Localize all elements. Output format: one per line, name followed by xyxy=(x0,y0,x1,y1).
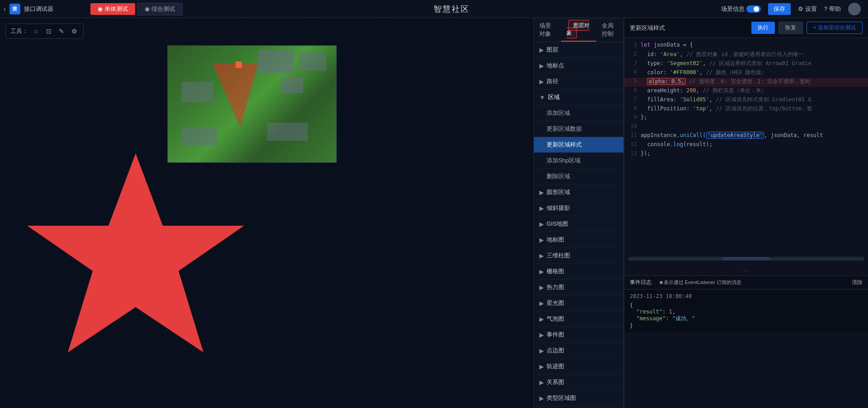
layers-chevron: ▶ xyxy=(539,47,544,53)
section-relation[interactable]: ▶ 关系图 xyxy=(534,375,623,390)
section-bubble-label: 气泡图 xyxy=(547,315,564,323)
sidebar-item-update-zone-style[interactable]: 更新区域样式 xyxy=(534,137,623,153)
sidebar-item-delete-zone[interactable]: 删除区域 xyxy=(534,169,623,185)
log-json: { "result": 1, "message": "成功。" } xyxy=(630,302,863,329)
help-label: 帮助 xyxy=(829,5,841,13)
grid-chevron: ▶ xyxy=(539,268,544,275)
pen-icon[interactable]: ✎ xyxy=(57,27,66,36)
tools-label: 工具： xyxy=(10,27,28,35)
section-type-zone-label: 类型区域图 xyxy=(547,394,576,402)
code-scrollbar-thumb[interactable] xyxy=(722,257,770,261)
update-zone-style-label: 更新区域样式 xyxy=(547,141,582,149)
section-paths[interactable]: ▶ 路径 xyxy=(534,74,623,90)
section-grid[interactable]: ▶ 栅格图 xyxy=(534,264,623,280)
log-panel: 事件日志 ★表示通过 EventListener 订阅的消息 清除 2023-1… xyxy=(624,275,868,332)
section-zones[interactable]: ▼ 区域 xyxy=(534,90,623,105)
exec-button[interactable]: 执行 xyxy=(751,22,775,34)
track-chevron: ▶ xyxy=(539,363,544,370)
circle-zone-chevron: ▶ xyxy=(539,189,544,196)
scene-tab-layer-objects[interactable]: 图层对象 xyxy=(561,18,596,42)
section-heatmap-label: 热力图 xyxy=(547,283,564,291)
section-3d-bar-label: 三维柱图 xyxy=(547,251,570,260)
section-value-zone[interactable]: ▶ 数值区域图 xyxy=(534,406,623,408)
settings-action[interactable]: ⚙ 设置 xyxy=(798,5,817,13)
scene-tab-scene-objects[interactable]: 场景对象 xyxy=(534,18,561,42)
tab-unit-test[interactable]: ◉ 单体测试 xyxy=(90,3,135,15)
section-relation-label: 关系图 xyxy=(547,378,564,386)
section-oblique-label: 倾斜摄影 xyxy=(547,204,570,212)
section-gis-label: GIS地图 xyxy=(547,220,568,228)
tab-unit-test-label: 单体测试 xyxy=(104,5,128,13)
back-button[interactable]: ‹ xyxy=(4,5,6,13)
rect-select-icon[interactable]: ⊡ xyxy=(44,27,53,36)
relation-chevron: ▶ xyxy=(539,379,544,386)
section-landmark-map-label: 地标图 xyxy=(547,236,564,244)
gis-chevron: ▶ xyxy=(539,221,544,228)
code-scrollbar[interactable] xyxy=(628,257,864,261)
log-header-left: 事件日志 ★表示通过 EventListener 订阅的消息 xyxy=(630,279,741,286)
section-3d-bar[interactable]: ▶ 三维柱图 xyxy=(534,248,623,264)
circle-select-icon[interactable]: ○ xyxy=(32,27,41,36)
topbar-left: ‹ 接 接口调试器 xyxy=(0,4,90,14)
type-zone-chevron: ▶ xyxy=(539,395,544,402)
section-circle-zone[interactable]: ▶ 圆形区域 xyxy=(534,185,623,200)
section-landmarks-label: 地标点 xyxy=(547,62,564,70)
scene-info-action[interactable]: 场景信息 xyxy=(721,5,761,13)
code-panel-header: 更新区域样式 执行 恢复 + 添加至综合测试 xyxy=(624,18,868,38)
starmap-chevron: ▶ xyxy=(539,300,544,307)
code-editor[interactable]: 1 let jsonData = { 2 id: 'Area', // 图层对象… xyxy=(624,38,868,255)
section-track[interactable]: ▶ 轨迹图 xyxy=(534,359,623,375)
topbar: ‹ 接 接口调试器 ◉ 单体测试 ◉ 综合测试 智慧社区 场景信息 保存 ⚙ 设… xyxy=(0,0,868,18)
section-starmap-label: 星光图 xyxy=(547,299,564,307)
bubble-chevron: ▶ xyxy=(539,316,544,323)
help-icon: ? xyxy=(824,5,827,12)
settings-label: 设置 xyxy=(805,5,817,13)
scene-tab-scene-objects-label: 场景对象 xyxy=(539,22,551,37)
code-line-12: 12 console.log(result); xyxy=(624,141,868,150)
scene-info-toggle[interactable] xyxy=(746,5,761,13)
delete-zone-label: 删除区域 xyxy=(547,172,570,180)
restore-button[interactable]: 恢复 xyxy=(778,22,803,34)
tab-integrated-test-icon: ◉ xyxy=(145,5,150,12)
section-type-zone[interactable]: ▶ 类型区域图 xyxy=(534,390,623,406)
map-cone xyxy=(213,64,258,127)
section-event[interactable]: ▶ 事件图 xyxy=(534,327,623,343)
scene-info-label: 场景信息 xyxy=(721,5,745,13)
app-logo: 接 xyxy=(9,4,20,14)
section-oblique[interactable]: ▶ 倾斜摄影 xyxy=(534,200,623,216)
viewport[interactable]: 工具： ○ ⊡ ✎ ⚙ xyxy=(0,18,533,408)
sidebar-item-add-shp-zone[interactable]: 添加Shp区域 xyxy=(534,153,623,169)
code-line-5: 5 alpha: 0.5, // 透明度，0: 完全透明，1: 完全不透明，暂时 xyxy=(624,78,868,87)
section-starmap[interactable]: ▶ 星光图 xyxy=(534,295,623,311)
sidebar-item-add-zone[interactable]: 添加区域 xyxy=(534,105,623,121)
help-action[interactable]: ? 帮助 xyxy=(824,5,841,13)
tab-integrated-test[interactable]: ◉ 综合测试 xyxy=(137,3,183,15)
update-zone-data-label: 更新区域数据 xyxy=(547,125,582,133)
settings-icon[interactable]: ⚙ xyxy=(70,27,79,36)
main-content: 工具： ○ ⊡ ✎ ⚙ xyxy=(0,18,868,408)
log-clear-button[interactable]: 清除 xyxy=(852,279,863,286)
3d-bar-chevron: ▶ xyxy=(539,252,544,259)
section-gis[interactable]: ▶ GIS地图 xyxy=(534,216,623,232)
add-to-integrated-button[interactable]: + 添加至综合测试 xyxy=(807,22,863,34)
paths-chevron: ▶ xyxy=(539,78,544,85)
log-header: 事件日志 ★表示通过 EventListener 订阅的消息 清除 xyxy=(624,276,868,289)
section-landmark-map[interactable]: ▶ 地标图 xyxy=(534,232,623,248)
scene-tab-global-control[interactable]: 全局控制 xyxy=(596,18,623,42)
code-line-11: 11 appInstance.uniCall('updateAreaStyle'… xyxy=(624,132,868,141)
section-point-edge[interactable]: ▶ 点边图 xyxy=(534,343,623,359)
scene-tabs: 场景对象 图层对象 全局控制 xyxy=(534,18,623,42)
section-layers[interactable]: ▶ 图层 xyxy=(534,42,623,58)
save-button[interactable]: 保存 xyxy=(768,3,791,15)
code-line-7: 7 fillArea: 'Solid05', // 区域填充样式类别 Gradi… xyxy=(624,96,868,105)
section-landmarks[interactable]: ▶ 地标点 xyxy=(534,58,623,74)
section-grid-label: 栅格图 xyxy=(547,267,564,275)
big-red-star xyxy=(23,144,249,381)
user-avatar[interactable] xyxy=(848,3,861,15)
scene-tab-layer-objects-label: 图层对象 xyxy=(566,20,590,38)
section-heatmap[interactable]: ▶ 热力图 xyxy=(534,280,623,295)
point-edge-chevron: ▶ xyxy=(539,347,544,354)
sidebar-item-update-zone-data[interactable]: 更新区域数据 xyxy=(534,121,623,137)
svg-marker-0 xyxy=(27,153,244,352)
section-bubble[interactable]: ▶ 气泡图 xyxy=(534,311,623,327)
